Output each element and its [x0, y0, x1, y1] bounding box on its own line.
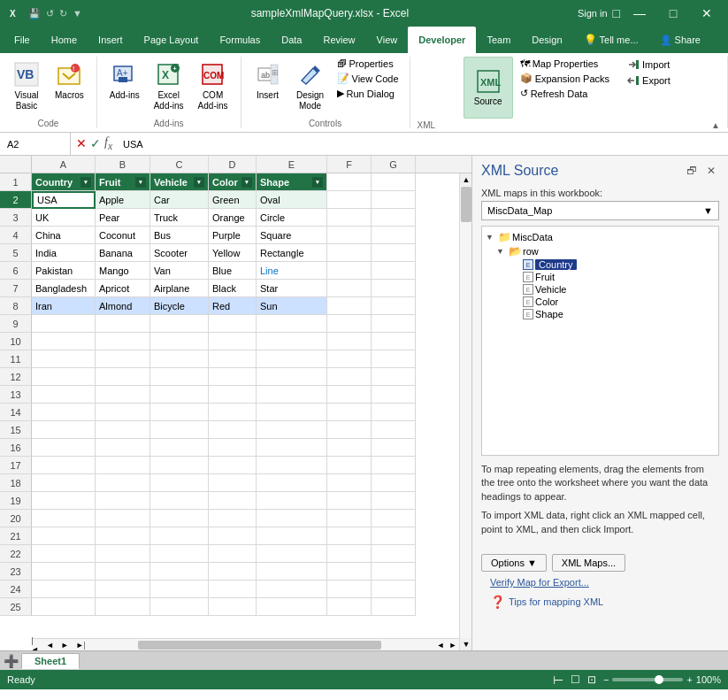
cell-c5[interactable]: Scooter	[150, 244, 209, 262]
row-header-2[interactable]: 2	[0, 191, 32, 209]
row-header-25[interactable]: 25	[0, 598, 32, 616]
tab-data[interactable]: Data	[271, 27, 312, 53]
zoom-slider-thumb[interactable]	[655, 675, 663, 684]
col-header-f[interactable]: F	[327, 156, 372, 173]
cell-c6[interactable]: Van	[150, 262, 209, 280]
tree-item-miscdata[interactable]: ▼ 📁 MiscData	[486, 230, 715, 244]
row-header-11[interactable]: 11	[0, 350, 32, 368]
macros-btn[interactable]: ! Macros	[50, 57, 89, 104]
zoom-out-btn[interactable]: −	[603, 674, 609, 685]
tab-tell-me[interactable]: 💡Tell me...	[573, 27, 649, 53]
cell-d4[interactable]: Purple	[209, 227, 257, 244]
cell-c8[interactable]: Bicycle	[150, 297, 209, 315]
cell-e3[interactable]: Circle	[257, 209, 327, 227]
cell-b5[interactable]: Banana	[96, 244, 150, 262]
row-header-24[interactable]: 24	[0, 581, 32, 598]
visual-basic-btn[interactable]: VB VisualBasic	[7, 57, 46, 115]
add-sheet-btn[interactable]: ➕	[2, 652, 19, 670]
cell-a6[interactable]: Pakistan	[32, 262, 96, 280]
sign-in-btn[interactable]: Sign in	[578, 8, 608, 19]
cell-f2[interactable]	[327, 191, 372, 209]
source-btn[interactable]: XML Source	[464, 57, 513, 119]
row-header-12[interactable]: 12	[0, 368, 32, 386]
com-add-ins-btn[interactable]: COM COMAdd-ins	[193, 57, 234, 115]
tab-formulas[interactable]: Formulas	[209, 27, 271, 53]
run-dialog-btn[interactable]: ▶ Run Dialog	[333, 86, 402, 101]
tab-page-layout[interactable]: Page Layout	[134, 27, 210, 53]
cell-d2[interactable]: Green	[209, 191, 257, 209]
cell-b8[interactable]: Almond	[96, 297, 150, 315]
cell-d5[interactable]: Yellow	[209, 244, 257, 262]
xml-tree[interactable]: ▼ 📁 MiscData ▼ 📂 row E Country E Fruit	[481, 226, 719, 456]
cell-c4[interactable]: Bus	[150, 227, 209, 244]
xml-map-dropdown[interactable]: MiscData_Map ▼	[481, 201, 719, 220]
row-header-19[interactable]: 19	[0, 492, 32, 510]
cell-b3[interactable]: Pear	[96, 209, 150, 227]
vscroll-down-btn[interactable]: ▼	[460, 638, 471, 650]
tree-label-vehicle[interactable]: Vehicle	[535, 284, 566, 295]
row-header-9[interactable]: 9	[0, 315, 32, 333]
cell-d8[interactable]: Red	[209, 297, 257, 315]
col-header-g[interactable]: G	[372, 156, 416, 173]
tab-share[interactable]: 👤Share	[649, 27, 711, 53]
cell-f4[interactable]	[327, 227, 372, 244]
hscroll-left-btn[interactable]: ◄	[434, 639, 447, 651]
cell-d1[interactable]: Color▾	[209, 173, 257, 191]
tree-expand-row[interactable]: ▼	[496, 247, 507, 256]
row-header-10[interactable]: 10	[0, 333, 32, 350]
col-header-e[interactable]: E	[257, 156, 327, 173]
cell-g8[interactable]	[372, 297, 416, 315]
cell-e7[interactable]: Star	[257, 280, 327, 297]
map-properties-btn[interactable]: 🗺 Map Properties	[517, 57, 613, 71]
verify-map-link[interactable]: Verify Map for Export...	[481, 575, 719, 589]
cell-e2[interactable]: Oval	[257, 191, 327, 209]
cell-c7[interactable]: Airplane	[150, 280, 209, 297]
col-header-b[interactable]: B	[96, 156, 150, 173]
cell-f8[interactable]	[327, 297, 372, 315]
confirm-icon[interactable]: ✓	[90, 136, 101, 150]
tree-item-color[interactable]: E Color	[486, 296, 715, 308]
page-layout-icon[interactable]: ☐	[571, 673, 580, 686]
ribbon-display-icon[interactable]: □	[613, 6, 620, 20]
tree-item-vehicle[interactable]: E Vehicle	[486, 283, 715, 296]
cell-a8[interactable]: Iran	[32, 297, 96, 315]
color-dropdown[interactable]: ▾	[241, 177, 252, 188]
excel-add-ins-btn[interactable]: X + ExcelAdd-ins	[149, 57, 189, 115]
cell-g7[interactable]	[372, 280, 416, 297]
cell-a3[interactable]: UK	[32, 209, 96, 227]
cell-c1[interactable]: Vehicle▾	[150, 173, 209, 191]
vscroll-thumb[interactable]	[461, 187, 471, 222]
normal-view-icon[interactable]: ⊢	[553, 673, 563, 687]
cell-c2[interactable]: Car	[150, 191, 209, 209]
cell-b7[interactable]: Apricot	[96, 280, 150, 297]
cell-e8[interactable]: Sun	[257, 297, 327, 315]
row-header-23[interactable]: 23	[0, 563, 32, 581]
zoom-slider[interactable]	[612, 678, 683, 681]
cell-b4[interactable]: Coconut	[96, 227, 150, 244]
sheet-tab-sheet1[interactable]: Sheet1	[21, 653, 80, 669]
design-mode-btn[interactable]: DesignMode	[291, 57, 330, 115]
add-ins-btn[interactable]: A+ Add-ins	[104, 57, 145, 104]
row-header-6[interactable]: 6	[0, 262, 32, 280]
row-header-21[interactable]: 21	[0, 527, 32, 545]
cell-e5[interactable]: Rectangle	[257, 244, 327, 262]
function-icon[interactable]: fx	[104, 135, 112, 152]
minimize-btn[interactable]: —	[625, 0, 654, 27]
import-btn[interactable]: Import	[624, 57, 674, 73]
fruit-dropdown[interactable]: ▾	[135, 177, 146, 188]
cell-d7[interactable]: Black	[209, 280, 257, 297]
row-header-18[interactable]: 18	[0, 474, 32, 492]
vscroll-up-btn[interactable]: ▲	[460, 173, 471, 186]
cell-f5[interactable]	[327, 244, 372, 262]
tab-developer[interactable]: Developer	[408, 27, 476, 53]
cell-e6[interactable]: Line	[257, 262, 327, 280]
cell-e4[interactable]: Square	[257, 227, 327, 244]
cell-e1[interactable]: Shape▾	[257, 173, 327, 191]
tab-view[interactable]: View	[366, 27, 409, 53]
tips-link[interactable]: ❓ Tips for mapping XML	[481, 593, 719, 611]
cell-b2[interactable]: Apple	[96, 191, 150, 209]
row-header-16[interactable]: 16	[0, 439, 32, 457]
prev-sheet-btn[interactable]: ◄	[43, 640, 57, 650]
tab-design[interactable]: Design	[521, 27, 572, 53]
row-header-20[interactable]: 20	[0, 510, 32, 527]
